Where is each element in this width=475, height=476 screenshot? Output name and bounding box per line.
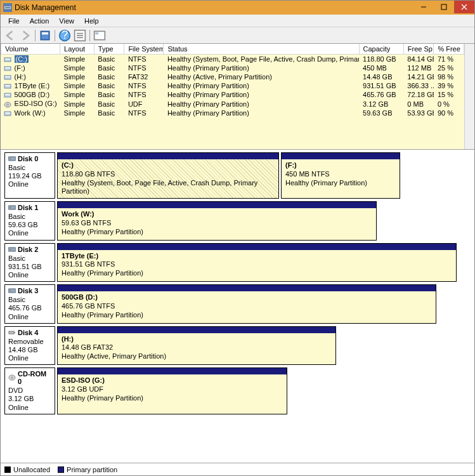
volume-row[interactable]: 500GB (D:)SimpleBasicNTFSHealthy (Primar… <box>1 90 464 99</box>
partition[interactable]: (H:)14.48 GB FAT32Healthy (Active, Prima… <box>57 326 336 366</box>
partition-body: 1TByte (E:)931.51 GB NTFSHealthy (Primar… <box>58 250 456 282</box>
disk-info[interactable]: Disk 3Basic465.76 GBOnline <box>4 284 55 324</box>
partition-body: (H:)14.48 GB FAT32Healthy (Active, Prima… <box>58 333 335 365</box>
volume-row[interactable]: (H:)SimpleBasicFAT32Healthy (Active, Pri… <box>1 72 464 81</box>
col-layout[interactable]: Layout <box>60 44 94 55</box>
volume-name: (H:) <box>15 73 26 81</box>
disk-state: Online <box>8 229 51 237</box>
svg-rect-38 <box>9 331 14 334</box>
menu-file[interactable]: File <box>3 16 25 26</box>
drive-icon <box>4 102 11 108</box>
volume-row[interactable]: Work (W:)SimpleBasicNTFSHealthy (Primary… <box>1 109 464 117</box>
svg-rect-29 <box>5 112 10 114</box>
volume-pct: 39 % <box>434 81 464 90</box>
partition-name: Work (W:) <box>62 210 372 219</box>
partition-size: 14.48 GB FAT32 <box>62 343 332 352</box>
volume-name: 1TByte (E:) <box>15 82 50 89</box>
volume-pct: 71 % <box>434 55 464 64</box>
partition-header <box>58 368 287 374</box>
partition[interactable]: 1TByte (E:)931.51 GB NTFSHealthy (Primar… <box>57 243 457 282</box>
partition[interactable]: ESD-ISO (G:)3.12 GB UDFHealthy (Primary … <box>57 367 287 414</box>
disk-info[interactable]: Disk 2Basic931.51 GBOnline <box>4 243 55 282</box>
partition-status: Healthy (Primary Partition) <box>62 311 432 320</box>
volume-capacity: 931.51 GB <box>359 81 403 90</box>
volume-status: Healthy (Primary Partition) <box>164 99 359 108</box>
volume-status: Healthy (Primary Partition) <box>164 63 359 72</box>
volume-row[interactable]: (C:)SimpleBasicNTFSHealthy (System, Boot… <box>1 55 464 64</box>
partition-header <box>58 202 376 208</box>
forward-button[interactable] <box>18 29 32 43</box>
volume-row[interactable]: ESD-ISO (G:)SimpleBasicUDFHealthy (Prima… <box>1 99 464 108</box>
disk-state: Online <box>8 354 51 362</box>
volume-fs: NTFS <box>124 90 164 99</box>
partition-header <box>58 153 278 159</box>
volume-fs: FAT32 <box>124 72 164 81</box>
svg-point-27 <box>6 103 8 105</box>
minimize-button[interactable] <box>413 1 434 13</box>
col-free[interactable]: Free Sp... <box>403 44 434 55</box>
volume-list-scrollbar[interactable] <box>464 44 474 149</box>
disk-row: Disk 3Basic465.76 GBOnline500GB (D:)465.… <box>2 284 473 324</box>
col-type[interactable]: Type <box>94 44 124 55</box>
volume-list[interactable]: Volume Layout Type File System Status Ca… <box>1 44 474 149</box>
partition-header <box>282 153 400 159</box>
settings-button[interactable] <box>93 29 107 43</box>
legend-primary-label: Primary partition <box>67 466 117 473</box>
graphical-view[interactable]: Disk 0Basic119.24 GBOnline(C:)118.80 GB … <box>1 149 474 463</box>
partition-body: (F:)450 MB NTFSHealthy (Primary Partitio… <box>282 159 400 198</box>
back-button[interactable] <box>3 29 17 43</box>
disk-info[interactable]: Disk 0Basic119.24 GBOnline <box>4 152 55 199</box>
svg-rect-25 <box>5 94 10 95</box>
col-status[interactable]: Status <box>164 44 359 55</box>
disk-size: 931.51 GB <box>8 263 51 271</box>
legend-primary: Primary partition <box>58 466 117 473</box>
partitions-container: 500GB (D:)465.76 GB NTFSHealthy (Primary… <box>57 284 471 324</box>
svg-point-41 <box>11 377 13 378</box>
volume-free: 84.14 GB <box>403 55 434 64</box>
svg-rect-15 <box>95 32 98 34</box>
partition[interactable]: Work (W:)59.63 GB NTFSHealthy (Primary P… <box>57 201 377 241</box>
disk-size: 119.24 GB <box>8 172 51 180</box>
disk-row: Disk 1Basic59.63 GBOnlineWork (W:)59.63 … <box>2 201 473 241</box>
col-pct[interactable]: % Free <box>434 44 464 55</box>
volume-status: Healthy (Primary Partition) <box>164 81 359 90</box>
disk-icon <box>8 329 16 336</box>
svg-rect-17 <box>5 58 10 60</box>
close-button[interactable] <box>454 1 474 13</box>
svg-rect-34 <box>8 248 16 251</box>
partition[interactable]: (C:)118.80 GB NTFSHealthy (System, Boot,… <box>57 152 279 199</box>
maximize-button[interactable] <box>434 1 454 13</box>
partition-status: Healthy (Primary Partition) <box>285 179 396 188</box>
disk-info[interactable]: CD-ROM 0DVD3.12 GBOnline <box>4 367 55 414</box>
disk-info[interactable]: Disk 1Basic59.63 GBOnline <box>4 201 55 241</box>
partition-status: Healthy (Active, Primary Partition) <box>62 352 332 361</box>
volume-layout: Simple <box>60 72 94 81</box>
partition[interactable]: 500GB (D:)465.76 GB NTFSHealthy (Primary… <box>57 284 436 324</box>
partition[interactable]: (F:)450 MB NTFSHealthy (Primary Partitio… <box>281 152 400 199</box>
disk-size: 3.12 GB <box>8 395 51 403</box>
disk-row: Disk 0Basic119.24 GBOnline(C:)118.80 GB … <box>2 152 473 199</box>
svg-rect-36 <box>8 289 16 293</box>
partition-size: 3.12 GB UDF <box>62 385 283 394</box>
menu-action[interactable]: Action <box>25 16 55 26</box>
disk-state: Online <box>8 271 51 279</box>
svg-point-33 <box>10 207 11 208</box>
volume-capacity: 14.48 GB <box>359 72 403 81</box>
refresh-button[interactable] <box>38 29 52 43</box>
volume-row[interactable]: 1TByte (E:)SimpleBasicNTFSHealthy (Prima… <box>1 81 464 90</box>
disk-type: DVD <box>8 387 51 395</box>
menu-view[interactable]: View <box>54 16 79 26</box>
partition-size: 450 MB NTFS <box>285 170 396 179</box>
col-capacity[interactable]: Capacity <box>359 44 403 55</box>
help-button[interactable]: ? <box>58 29 72 43</box>
menu-help[interactable]: Help <box>79 16 104 26</box>
disk-info[interactable]: Disk 4Removable14.48 GBOnline <box>4 326 55 366</box>
volume-row[interactable]: (F:)SimpleBasicNTFSHealthy (Primary Part… <box>1 63 464 72</box>
col-volume[interactable]: Volume <box>1 44 60 55</box>
properties-button[interactable] <box>73 29 87 43</box>
disk-size: 465.76 GB <box>8 304 51 312</box>
legend: Unallocated Primary partition <box>1 463 474 475</box>
disk-type: Basic <box>8 255 51 263</box>
col-filesystem[interactable]: File System <box>124 44 164 55</box>
disk-row: CD-ROM 0DVD3.12 GBOnlineESD-ISO (G:)3.12… <box>2 367 473 414</box>
